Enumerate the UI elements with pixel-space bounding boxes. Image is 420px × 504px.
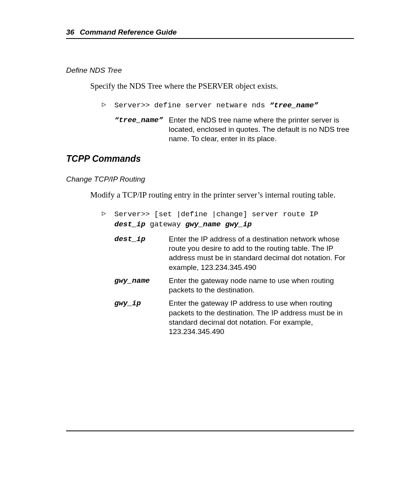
triangle-icon: ▷ (102, 101, 114, 109)
param-key: “tree_name” (114, 116, 169, 125)
page-number: 36 (66, 28, 74, 36)
section1-param-table: “tree_name” Enter the NDS tree name wher… (114, 116, 354, 144)
section1-body-text: Specify the NDS Tree where the PSERVER o… (90, 81, 354, 91)
param-key: gwy_ip (114, 299, 169, 308)
page-body: 36 Command Reference Guide Define NDS Tr… (66, 28, 354, 347)
subhead-define-nds-tree: Define NDS Tree (66, 66, 354, 75)
section-heading-tcpp: TCPP Commands (66, 154, 354, 164)
param-description: Enter the NDS tree name where the printe… (169, 116, 354, 144)
cmd-param-destip: dest_ip (114, 220, 145, 229)
section2-param-table: dest_ip Enter the IP address of a destin… (114, 234, 354, 337)
running-header: 36 Command Reference Guide (66, 28, 354, 39)
section2-body-text: Modify a TCP/IP routing entry in the pri… (90, 190, 354, 200)
cmd-plain: Server>> define server netware nds (114, 101, 270, 110)
cmd-plain-gateway: gateway (145, 220, 186, 229)
section1-command-block: ▷ Server>> define server netware nds “tr… (102, 101, 354, 111)
cmd-param: “tree_name” (270, 101, 318, 110)
section2-command-text: Server>> [set |define |change] server ro… (114, 210, 318, 229)
param-key: gwy_name (114, 276, 169, 286)
param-row: dest_ip Enter the IP address of a destin… (114, 234, 354, 272)
triangle-icon: ▷ (102, 210, 114, 218)
header-title: Command Reference Guide (80, 28, 177, 36)
param-description: Enter the gateway node name to use when … (169, 276, 354, 295)
cmd-plain: Server>> [set |define |change] server ro… (114, 210, 318, 219)
param-description: Enter the IP address of a destination ne… (169, 234, 354, 272)
section2-command-block: ▷ Server>> [set |define |change] server … (102, 210, 354, 229)
param-row: gwy_name Enter the gateway node name to … (114, 276, 354, 295)
subhead-change-tcpip: Change TCP/IP Routing (66, 175, 354, 184)
section1-command-line: ▷ Server>> define server netware nds “tr… (102, 101, 354, 111)
param-row: “tree_name” Enter the NDS tree name wher… (114, 116, 354, 144)
param-key: dest_ip (114, 234, 169, 244)
footer-rule (66, 430, 354, 431)
section2-command-line: ▷ Server>> [set |define |change] server … (102, 210, 354, 229)
section1-command-text: Server>> define server netware nds “tree… (114, 101, 318, 111)
param-description: Enter the gateway IP address to use when… (169, 299, 354, 336)
cmd-param-gwy: gwy_name gwy_ip (185, 220, 252, 229)
param-row: gwy_ip Enter the gateway IP address to u… (114, 299, 354, 336)
